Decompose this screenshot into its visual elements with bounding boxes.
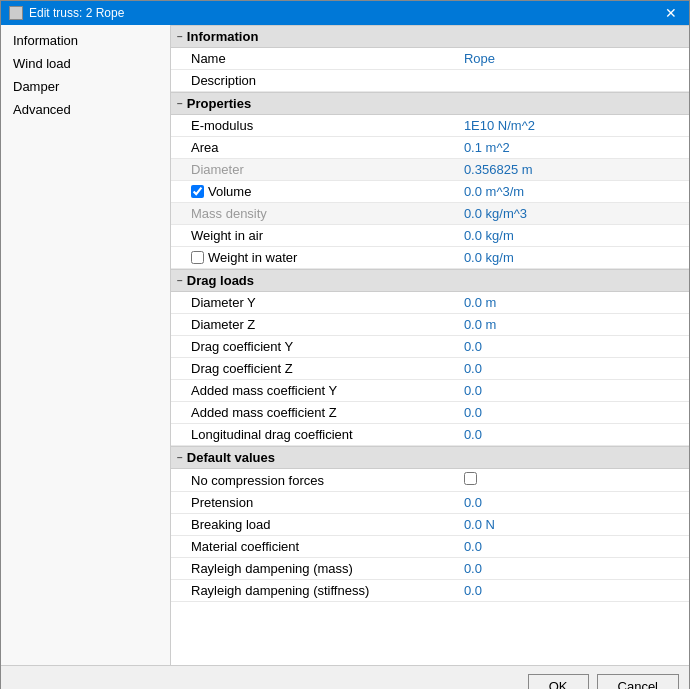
value-mass-density: 0.0 kg/m^3: [456, 203, 689, 225]
table-information: Name Rope Description: [171, 48, 689, 92]
value-added-mass-z[interactable]: 0.0: [456, 402, 689, 424]
table-row: Name Rope: [171, 48, 689, 70]
table-row: Drag coefficient Z 0.0: [171, 358, 689, 380]
label-area: Area: [171, 137, 456, 159]
label-diameter-z: Diameter Z: [171, 314, 456, 336]
table-row: Area 0.1 m^2: [171, 137, 689, 159]
table-default-values: No compression forces Pretension 0.0 Bre…: [171, 469, 689, 602]
section-header-default-values: − Default values: [171, 446, 689, 469]
collapse-icon-drag-loads[interactable]: −: [177, 275, 183, 286]
table-row-volume: Volume 0.0 m^3/m: [171, 181, 689, 203]
value-material-coeff[interactable]: 0.0: [456, 536, 689, 558]
table-properties: E-modulus 1E10 N/m^2 Area 0.1 m^2 Diamet…: [171, 115, 689, 269]
label-drag-coeff-z: Drag coefficient Z: [171, 358, 456, 380]
value-diameter: 0.356825 m: [456, 159, 689, 181]
section-title-information: Information: [187, 29, 259, 44]
value-weight-air[interactable]: 0.0 kg/m: [456, 225, 689, 247]
value-breaking-load[interactable]: 0.0 N: [456, 514, 689, 536]
window-icon: [9, 6, 23, 20]
table-row: Rayleigh dampening (stiffness) 0.0: [171, 580, 689, 602]
table-row-no-compression: No compression forces: [171, 469, 689, 492]
value-diameter-y[interactable]: 0.0 m: [456, 292, 689, 314]
sidebar: Information Wind load Damper Advanced: [1, 25, 171, 665]
label-drag-coeff-y: Drag coefficient Y: [171, 336, 456, 358]
label-longitudinal-drag: Longitudinal drag coefficient: [171, 424, 456, 446]
value-longitudinal-drag[interactable]: 0.0: [456, 424, 689, 446]
ok-button[interactable]: OK: [528, 674, 589, 689]
table-row: Description: [171, 70, 689, 92]
table-row: Drag coefficient Y 0.0: [171, 336, 689, 358]
label-volume: Volume: [171, 181, 456, 203]
section-title-drag-loads: Drag loads: [187, 273, 254, 288]
title-bar: Edit truss: 2 Rope ✕: [1, 1, 689, 25]
label-rayleigh-stiffness: Rayleigh dampening (stiffness): [171, 580, 456, 602]
label-breaking-load: Breaking load: [171, 514, 456, 536]
label-added-mass-z: Added mass coefficient Z: [171, 402, 456, 424]
table-row: Diameter Y 0.0 m: [171, 292, 689, 314]
value-area[interactable]: 0.1 m^2: [456, 137, 689, 159]
section-header-information: − Information: [171, 25, 689, 48]
section-header-drag-loads: − Drag loads: [171, 269, 689, 292]
cancel-button[interactable]: Cancel: [597, 674, 679, 689]
collapse-icon-information[interactable]: −: [177, 31, 183, 42]
label-material-coeff: Material coefficient: [171, 536, 456, 558]
table-row: Breaking load 0.0 N: [171, 514, 689, 536]
table-row: Rayleigh dampening (mass) 0.0: [171, 558, 689, 580]
table-row: Added mass coefficient Z 0.0: [171, 402, 689, 424]
collapse-icon-properties[interactable]: −: [177, 98, 183, 109]
sidebar-item-advanced[interactable]: Advanced: [1, 98, 170, 121]
table-row: Longitudinal drag coefficient 0.0: [171, 424, 689, 446]
table-row: Weight in air 0.0 kg/m: [171, 225, 689, 247]
value-name[interactable]: Rope: [456, 48, 689, 70]
value-diameter-z[interactable]: 0.0 m: [456, 314, 689, 336]
checkbox-volume[interactable]: [191, 185, 204, 198]
label-diameter: Diameter: [171, 159, 456, 181]
value-emodulus[interactable]: 1E10 N/m^2: [456, 115, 689, 137]
value-volume[interactable]: 0.0 m^3/m: [456, 181, 689, 203]
value-drag-coeff-y[interactable]: 0.0: [456, 336, 689, 358]
label-diameter-y: Diameter Y: [171, 292, 456, 314]
value-rayleigh-stiffness[interactable]: 0.0: [456, 580, 689, 602]
value-pretension[interactable]: 0.0: [456, 492, 689, 514]
section-title-properties: Properties: [187, 96, 251, 111]
label-rayleigh-mass: Rayleigh dampening (mass): [171, 558, 456, 580]
label-weight-air: Weight in air: [171, 225, 456, 247]
value-no-compression[interactable]: [456, 469, 689, 492]
main-area: − Information Name Rope Description − Pr…: [171, 25, 689, 665]
label-emodulus: E-modulus: [171, 115, 456, 137]
label-mass-density: Mass density: [171, 203, 456, 225]
close-button[interactable]: ✕: [661, 6, 681, 20]
window-title: Edit truss: 2 Rope: [29, 6, 124, 20]
title-bar-left: Edit truss: 2 Rope: [9, 6, 124, 20]
value-rayleigh-mass[interactable]: 0.0: [456, 558, 689, 580]
edit-truss-dialog: Edit truss: 2 Rope ✕ Information Wind lo…: [0, 0, 690, 689]
value-weight-water[interactable]: 0.0 kg/m: [456, 247, 689, 269]
label-added-mass-y: Added mass coefficient Y: [171, 380, 456, 402]
value-description[interactable]: [456, 70, 689, 92]
value-added-mass-y[interactable]: 0.0: [456, 380, 689, 402]
footer: OK Cancel: [1, 665, 689, 689]
checkbox-weight-water[interactable]: [191, 251, 204, 264]
sidebar-item-damper[interactable]: Damper: [1, 75, 170, 98]
section-header-properties: − Properties: [171, 92, 689, 115]
table-drag-loads: Diameter Y 0.0 m Diameter Z 0.0 m Drag c…: [171, 292, 689, 446]
label-weight-water: Weight in water: [171, 247, 456, 269]
table-row: Pretension 0.0: [171, 492, 689, 514]
sidebar-item-information[interactable]: Information: [1, 29, 170, 52]
value-drag-coeff-z[interactable]: 0.0: [456, 358, 689, 380]
label-pretension: Pretension: [171, 492, 456, 514]
sidebar-item-wind-load[interactable]: Wind load: [1, 52, 170, 75]
table-row: Added mass coefficient Y 0.0: [171, 380, 689, 402]
label-no-compression: No compression forces: [171, 469, 456, 492]
table-row-disabled: Mass density 0.0 kg/m^3: [171, 203, 689, 225]
checkbox-no-compression[interactable]: [464, 472, 477, 485]
content-area: Information Wind load Damper Advanced − …: [1, 25, 689, 665]
label-description: Description: [171, 70, 456, 92]
table-row: E-modulus 1E10 N/m^2: [171, 115, 689, 137]
section-title-default-values: Default values: [187, 450, 275, 465]
label-name: Name: [171, 48, 456, 70]
table-row-weight-water: Weight in water 0.0 kg/m: [171, 247, 689, 269]
collapse-icon-default-values[interactable]: −: [177, 452, 183, 463]
table-row-disabled: Diameter 0.356825 m: [171, 159, 689, 181]
table-row: Diameter Z 0.0 m: [171, 314, 689, 336]
